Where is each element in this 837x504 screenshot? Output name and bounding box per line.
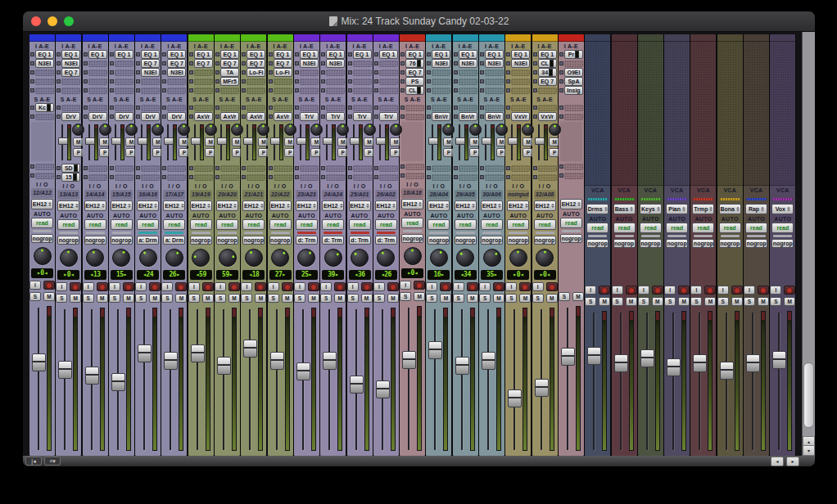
insert-button[interactable]: N3EI (300, 59, 319, 68)
automation-mode-button[interactable]: read (455, 219, 477, 230)
record-enable-button[interactable] (308, 282, 319, 291)
automation-mode-button[interactable]: read (322, 219, 344, 230)
send-mini-fader[interactable] (242, 123, 251, 162)
track-color-bar[interactable] (268, 34, 293, 42)
input-path[interactable]: 28/A04 (428, 190, 450, 200)
insert-button[interactable]: EQ 1 (61, 50, 80, 59)
pan-value-display[interactable]: ◂24 (137, 270, 159, 280)
vca-name-selector[interactable]: Rap (745, 204, 767, 214)
mute-button[interactable]: M (361, 294, 373, 303)
group-selector[interactable]: nogrop (719, 239, 741, 248)
send-button[interactable]: TrV (300, 112, 319, 121)
insert-button[interactable]: Pr (564, 50, 583, 59)
track-color-bar[interactable] (690, 34, 716, 42)
send-button[interactable]: AxVr (247, 112, 265, 121)
pan-value-display[interactable]: 16▸ (428, 270, 450, 280)
output-path-selector[interactable]: EH12 (163, 200, 185, 211)
record-enable-button[interactable] (175, 282, 187, 291)
solo-button[interactable]: S (347, 294, 359, 303)
group-selector[interactable]: d: Trm (375, 236, 397, 245)
volume-fader-handle[interactable] (376, 380, 390, 398)
track-color-bar[interactable] (559, 34, 584, 42)
pan-knob[interactable] (245, 249, 263, 267)
send-pan-knob[interactable] (364, 124, 376, 136)
pan-knob[interactable] (536, 249, 554, 267)
send-pan-knob[interactable] (390, 124, 402, 136)
record-enable-button[interactable] (70, 282, 81, 291)
group-selector[interactable]: nogrop (84, 236, 106, 245)
mute-button[interactable]: M (334, 294, 346, 303)
pan-value-display[interactable]: 26▸ (163, 270, 185, 280)
pan-knob[interactable] (112, 249, 130, 267)
pan-value-display[interactable]: ◂59 (190, 270, 212, 280)
track-color-bar[interactable] (241, 34, 266, 42)
volume-fader-handle[interactable] (640, 349, 654, 367)
insert-button[interactable]: N3EI (485, 59, 504, 68)
track-color-bar[interactable] (109, 34, 134, 42)
send-fader-handle[interactable] (164, 137, 174, 145)
group-selector[interactable]: nogrop (586, 239, 609, 248)
output-path-selector[interactable]: EH12 (296, 200, 318, 211)
track-color-bar[interactable] (479, 34, 504, 42)
record-enable-button[interactable] (599, 286, 610, 295)
volume-fader-handle[interactable] (535, 379, 549, 397)
record-enable-button[interactable] (546, 282, 558, 291)
solo-button[interactable]: S (320, 294, 332, 303)
automation-mode-button[interactable]: read (31, 218, 53, 228)
send-mini-fader[interactable] (137, 123, 146, 162)
mute-button[interactable]: M (282, 294, 293, 303)
insert-button[interactable]: N3EI (35, 59, 54, 68)
insert-button[interactable]: EQ 1 (194, 50, 213, 59)
track-color-bar[interactable] (770, 34, 795, 42)
mute-button[interactable]: M (758, 297, 769, 306)
record-enable-button[interactable] (784, 286, 795, 295)
input-path[interactable]: 20/A20 (216, 190, 238, 200)
input-monitor-button[interactable]: I (241, 282, 252, 291)
solo-button[interactable]: S (29, 292, 41, 301)
pan-knob[interactable] (483, 249, 501, 267)
solo-button[interactable]: S (744, 297, 755, 306)
insert-button[interactable]: EQ 7 (538, 77, 557, 86)
pan-value-display[interactable]: ◂26 (375, 270, 397, 280)
input-monitor-button[interactable]: I (83, 282, 94, 291)
group-selector[interactable]: nogrop (269, 236, 292, 245)
solo-button[interactable]: S (241, 294, 252, 303)
vca-name-selector[interactable]: Vox (771, 204, 794, 214)
pan-value-display[interactable]: 15▸ (111, 270, 133, 280)
send-button[interactable]: Kc (35, 103, 54, 112)
insert-button[interactable]: MFr5 (220, 77, 239, 86)
input-monitor-button[interactable]: I (29, 281, 41, 290)
solo-button[interactable]: S (56, 294, 67, 303)
insert-button[interactable]: EQ 7 (220, 59, 239, 68)
insert-button[interactable]: EQ 1 (353, 50, 372, 59)
mute-button[interactable]: M (414, 292, 425, 301)
record-enable-button[interactable] (123, 282, 134, 291)
insert-button[interactable]: EQ 1 (405, 50, 424, 59)
input-path[interactable]: 23/A23 (296, 190, 318, 200)
group-selector[interactable]: nogrop (666, 239, 688, 248)
group-selector[interactable]: nogrop (481, 236, 503, 245)
group-selector[interactable]: nogrop (401, 234, 423, 243)
automation-mode-button[interactable]: read (560, 218, 582, 228)
input-path[interactable]: 25/A01 (349, 190, 371, 200)
automation-mode-button[interactable]: read (401, 218, 423, 228)
send-mini-fader[interactable] (455, 123, 464, 162)
output-path-selector[interactable]: EH12 (57, 200, 79, 211)
track-color-bar[interactable] (664, 34, 690, 42)
automation-mode-button[interactable]: read (163, 219, 185, 230)
automation-mode-button[interactable]: read (84, 219, 106, 230)
group-selector[interactable]: nogrop (745, 239, 767, 248)
record-enable-button[interactable] (255, 282, 266, 291)
input-monitor-button[interactable]: I (690, 286, 702, 295)
send-fader-handle[interactable] (376, 137, 386, 145)
insert-button[interactable]: EQ 7 (167, 59, 186, 68)
input-monitor-button[interactable]: I (744, 286, 755, 295)
volume-fader-handle[interactable] (508, 389, 522, 407)
input-monitor-button[interactable]: I (294, 282, 305, 291)
solo-button[interactable]: S (664, 297, 676, 306)
insert-button[interactable]: EQ 1 (115, 50, 133, 59)
tracklist-menu-button[interactable]: ≡▾ (44, 457, 61, 466)
vertical-scrollbar-thumb[interactable] (803, 362, 814, 428)
input-monitor-button[interactable]: I (320, 282, 332, 291)
send-pan-knob[interactable] (284, 124, 296, 136)
